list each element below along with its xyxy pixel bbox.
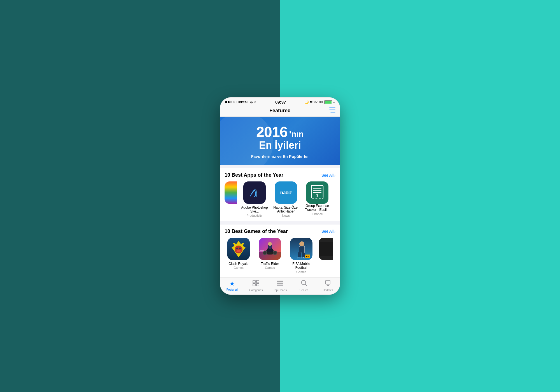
moon-icon: 🌙 bbox=[305, 100, 309, 104]
list-item-traffic-rider[interactable]: Traffic Rider Games bbox=[256, 238, 284, 274]
traffic-rider-name: Traffic Rider bbox=[256, 262, 284, 266]
svg-rect-41 bbox=[277, 285, 283, 286]
svg-rect-20 bbox=[267, 248, 273, 252]
nabiz-app-category: News bbox=[282, 214, 290, 217]
updates-tab-label: Updates bbox=[323, 289, 333, 292]
svg-point-19 bbox=[273, 251, 277, 255]
status-time: 09:37 bbox=[275, 100, 286, 104]
top-charts-tab-icon bbox=[277, 280, 283, 288]
hero-subtitle: En İyileri bbox=[227, 140, 333, 151]
svg-rect-37 bbox=[253, 283, 255, 286]
list-item-fifa[interactable]: FIFA EA FIFA Mobile Football Games bbox=[287, 238, 315, 274]
best-apps-title: 10 Best Apps of the Year bbox=[225, 172, 283, 178]
page-title: Featured bbox=[269, 108, 291, 114]
partial-left-icon bbox=[225, 181, 237, 204]
list-item-nabiz[interactable]: nabız Nabız: Size Özel Anlık Haber News bbox=[272, 181, 300, 217]
nabiz-icon: nabız bbox=[275, 181, 297, 204]
brightness-icon: ✳ bbox=[254, 100, 256, 104]
tab-top-charts[interactable]: Top Charts bbox=[272, 280, 288, 292]
svg-point-18 bbox=[263, 251, 267, 255]
svg-text:EA: EA bbox=[306, 255, 309, 258]
expense-icon: $ bbox=[306, 181, 328, 204]
signal-dot-2 bbox=[228, 101, 230, 103]
signal-dot-4 bbox=[233, 101, 235, 103]
best-apps-section: 10 Best Apps of the Year See All › bbox=[220, 168, 340, 221]
svg-rect-40 bbox=[277, 283, 283, 284]
best-apps-list: Adobe Photoshop Ske... Productivity nabı… bbox=[225, 181, 335, 217]
clash-royale-icon bbox=[227, 238, 250, 260]
best-games-title: 10 Best Games of the Year bbox=[225, 228, 288, 234]
signal-dots bbox=[225, 101, 235, 103]
best-games-list: Clash Royale Games bbox=[225, 238, 335, 274]
status-bar: Turkcell ⊜ ✳ 09:37 🌙 ✱ %100 + bbox=[220, 97, 340, 106]
svg-point-13 bbox=[239, 248, 241, 249]
best-apps-see-all[interactable]: See All › bbox=[321, 173, 335, 178]
categories-tab-icon bbox=[253, 280, 259, 288]
nav-header: Featured bbox=[220, 106, 340, 117]
content-area: 2016 'nın En İyileri Favorilerimiz ve En… bbox=[220, 117, 340, 277]
chevron-right-icon: › bbox=[334, 173, 335, 178]
svg-rect-0 bbox=[329, 108, 335, 108]
adobe-app-category: Productivity bbox=[247, 214, 263, 217]
chevron-right-games-icon: › bbox=[334, 229, 335, 234]
best-games-header: 10 Best Games of the Year See All › bbox=[225, 228, 335, 234]
fifa-category: Games bbox=[296, 270, 306, 274]
list-item-clash-royale[interactable]: Clash Royale Games bbox=[225, 238, 253, 274]
list-item-partial-left bbox=[225, 181, 237, 217]
hero-description: Favorilerimiz ve En Popülerler bbox=[227, 154, 333, 159]
svg-rect-27 bbox=[299, 246, 305, 253]
tab-featured[interactable]: ★ Featured bbox=[224, 280, 241, 292]
list-item-adobe[interactable]: Adobe Photoshop Ske... Productivity bbox=[241, 181, 269, 217]
svg-point-14 bbox=[236, 250, 241, 252]
svg-rect-36 bbox=[256, 280, 259, 283]
svg-rect-2 bbox=[330, 112, 335, 113]
hero-apostrophe: 'nın bbox=[289, 129, 304, 139]
svg-rect-1 bbox=[329, 110, 335, 111]
featured-tab-icon: ★ bbox=[229, 280, 235, 287]
search-tab-label: Search bbox=[300, 289, 309, 292]
signal-dot-3 bbox=[230, 101, 232, 103]
hero-year: 2016 bbox=[256, 125, 288, 139]
nabiz-app-name: Nabız: Size Özel Anlık Haber bbox=[272, 206, 300, 214]
svg-text:FIFA: FIFA bbox=[297, 256, 305, 259]
fifa-name: FIFA Mobile Football bbox=[287, 262, 315, 270]
tab-updates[interactable]: Updates bbox=[319, 280, 336, 292]
hero-banner[interactable]: 2016 'nın En İyileri Favorilerimiz ve En… bbox=[220, 117, 340, 165]
svg-rect-35 bbox=[253, 280, 255, 283]
status-right: 🌙 ✱ %100 + bbox=[305, 100, 335, 104]
best-games-see-all[interactable]: See All › bbox=[321, 229, 335, 234]
partial-right-icon bbox=[319, 238, 333, 260]
list-item-expense[interactable]: $ Group Expense Tracker - Easil... Finan… bbox=[303, 181, 331, 217]
svg-rect-44 bbox=[326, 280, 330, 284]
traffic-rider-icon bbox=[259, 238, 281, 260]
clash-royale-name: Clash Royale bbox=[225, 262, 253, 266]
adobe-icon bbox=[243, 181, 266, 204]
status-left: Turkcell ⊜ ✳ bbox=[225, 100, 256, 104]
featured-tab-label: Featured bbox=[227, 288, 238, 291]
carrier-name: Turkcell bbox=[236, 100, 248, 104]
svg-point-26 bbox=[299, 241, 304, 246]
battery-icon bbox=[324, 100, 332, 104]
traffic-rider-category: Games bbox=[265, 266, 275, 269]
expense-app-category: Finance bbox=[312, 212, 323, 216]
categories-tab-label: Categories bbox=[249, 289, 263, 292]
svg-rect-3 bbox=[248, 186, 262, 200]
fifa-icon: FIFA EA bbox=[290, 238, 312, 260]
battery-percent: %100 bbox=[314, 100, 323, 104]
svg-rect-34 bbox=[319, 242, 333, 256]
tab-search[interactable]: Search bbox=[296, 280, 312, 292]
menu-icon[interactable] bbox=[329, 108, 335, 114]
wifi-icon: ⊜ bbox=[250, 100, 253, 104]
signal-dot-1 bbox=[225, 101, 227, 103]
tab-categories[interactable]: Categories bbox=[248, 280, 264, 292]
svg-point-12 bbox=[236, 248, 238, 249]
svg-point-22 bbox=[268, 242, 272, 246]
best-apps-header: 10 Best Apps of the Year See All › bbox=[225, 172, 335, 178]
list-item-partial-right[interactable]: voi... Game... bbox=[319, 238, 333, 274]
svg-line-43 bbox=[305, 284, 307, 286]
best-games-section: 10 Best Games of the Year See All › bbox=[220, 225, 340, 277]
expense-app-name: Group Expense Tracker - Easil... bbox=[303, 204, 331, 212]
battery-bolt: + bbox=[333, 101, 335, 104]
phone-frame: Turkcell ⊜ ✳ 09:37 🌙 ✱ %100 + Featured bbox=[220, 97, 340, 295]
updates-tab-icon bbox=[325, 280, 331, 288]
